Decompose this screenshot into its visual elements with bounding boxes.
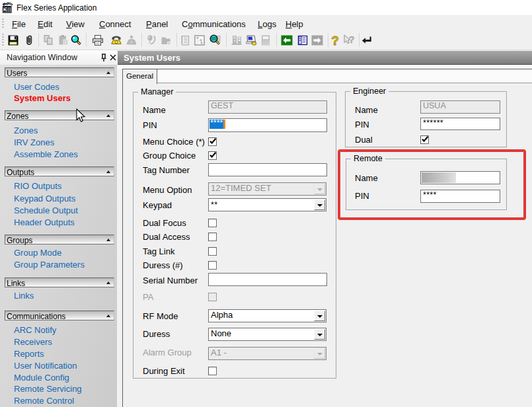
svg-text:?: ? xyxy=(331,34,339,47)
svg-text:?: ? xyxy=(349,34,355,45)
